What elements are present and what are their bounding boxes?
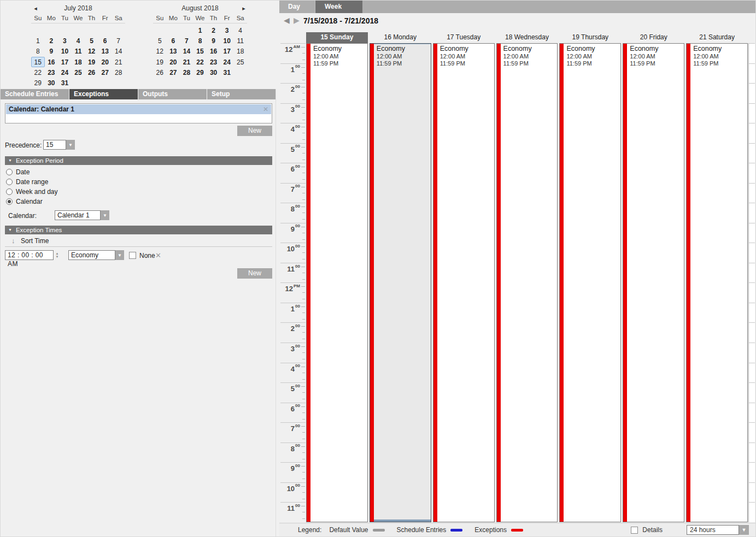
calendar-day[interactable]: 17 bbox=[220, 46, 234, 57]
calendar-day[interactable]: 6 bbox=[167, 36, 180, 46]
sort-down-icon[interactable]: ↓ bbox=[11, 237, 15, 245]
calendar-select-dropdown-icon[interactable]: ▼ bbox=[101, 210, 109, 220]
calendar-day[interactable]: 20 bbox=[167, 57, 180, 67]
calendar-day[interactable]: 6 bbox=[98, 36, 112, 46]
day-column[interactable]: Economy12:00 AM11:59 PM bbox=[686, 43, 748, 522]
day-column[interactable]: Economy12:00 AM11:59 PM bbox=[370, 43, 431, 522]
calendar-day[interactable]: 24 bbox=[58, 67, 72, 78]
calendar-day[interactable]: 9 bbox=[207, 36, 220, 46]
calendar-day[interactable]: 22 bbox=[31, 67, 45, 78]
new-time-button[interactable]: New bbox=[237, 268, 272, 279]
calendar-day[interactable]: 27 bbox=[98, 67, 112, 78]
time-zoom-select[interactable]: 24 hours ▼ bbox=[687, 525, 749, 535]
calendar-day[interactable]: 10 bbox=[220, 36, 234, 46]
day-header[interactable]: 20 Friday bbox=[623, 32, 684, 43]
calendar-select-value[interactable]: Calendar 1 bbox=[55, 210, 101, 220]
exception-period-header[interactable]: ▼ Exception Period bbox=[5, 156, 272, 165]
precedence-dropdown-icon[interactable]: ▼ bbox=[66, 140, 75, 150]
calendar-day[interactable]: 30 bbox=[207, 67, 220, 78]
calendar-day[interactable]: 14 bbox=[180, 46, 194, 57]
remove-time-icon[interactable]: ✕ bbox=[155, 251, 161, 259]
tab-setup[interactable]: Setup bbox=[207, 89, 276, 99]
calendar-day[interactable]: 13 bbox=[167, 46, 180, 57]
calendar-day[interactable]: 26 bbox=[85, 67, 98, 78]
calendar-day[interactable]: 4 bbox=[233, 25, 247, 36]
none-checkbox[interactable] bbox=[129, 252, 136, 259]
day-column[interactable]: Economy12:00 AM11:59 PM bbox=[623, 43, 684, 522]
previous-week-icon[interactable]: ◀ bbox=[284, 16, 290, 25]
calendar-day[interactable]: 19 bbox=[153, 57, 167, 67]
calendar-day[interactable]: 26 bbox=[153, 67, 167, 78]
calendar-day[interactable]: 29 bbox=[194, 67, 207, 78]
exception-times-header[interactable]: ▼ Exception Times bbox=[5, 226, 272, 234]
calendar-day[interactable]: 28 bbox=[112, 67, 125, 78]
tab-schedule-entries[interactable]: Schedule Entries bbox=[1, 89, 69, 99]
calendar-day[interactable]: 15 bbox=[194, 46, 207, 57]
radio-date-range[interactable]: Date range bbox=[6, 177, 58, 187]
details-checkbox[interactable] bbox=[631, 527, 638, 534]
day-header[interactable]: 19 Thursday bbox=[559, 32, 621, 43]
day-header[interactable]: 17 Tuesday bbox=[433, 32, 495, 43]
time-spinner[interactable]: ▲ ▼ bbox=[54, 250, 60, 260]
calendar-day[interactable]: 5 bbox=[85, 36, 98, 46]
sort-time-label[interactable]: Sort Time bbox=[21, 237, 49, 245]
precedence-value[interactable]: 15 bbox=[43, 140, 66, 150]
calendar-day[interactable]: 23 bbox=[45, 67, 58, 78]
calendar-day[interactable]: 27 bbox=[167, 67, 180, 78]
next-week-icon[interactable]: ▶ bbox=[294, 16, 300, 25]
exceptions-list[interactable]: Calendar: Calendar 1 ✕ bbox=[5, 103, 272, 123]
calendar-day[interactable]: 30 bbox=[45, 78, 58, 88]
calendar-day[interactable]: 2 bbox=[207, 25, 220, 36]
calendar-day[interactable]: 22 bbox=[194, 57, 207, 67]
radio-calendar[interactable]: Calendar bbox=[6, 197, 58, 206]
calendar-day[interactable]: 9 bbox=[45, 46, 58, 57]
calendar-day[interactable]: 25 bbox=[72, 67, 85, 78]
calendar-day[interactable]: 31 bbox=[220, 67, 234, 78]
calendar-day[interactable]: 1 bbox=[31, 36, 45, 46]
calendar-day[interactable]: 5 bbox=[153, 36, 167, 46]
exception-list-item[interactable]: Calendar: Calendar 1 ✕ bbox=[6, 104, 271, 114]
calendar-day[interactable]: 14 bbox=[112, 46, 125, 57]
tab-outputs[interactable]: Outputs bbox=[138, 89, 207, 99]
time-input[interactable]: 12 : 00 : 00 AM bbox=[5, 250, 54, 260]
day-header[interactable]: 18 Wednesday bbox=[496, 32, 558, 43]
calendar-day[interactable]: 7 bbox=[112, 36, 125, 46]
calendar-day[interactable]: 12 bbox=[153, 46, 167, 57]
calendar-day[interactable]: 21 bbox=[112, 57, 125, 67]
calendar-day[interactable]: 21 bbox=[180, 57, 194, 67]
calendar-day[interactable]: 3 bbox=[220, 25, 234, 36]
calendar-day[interactable]: 29 bbox=[31, 78, 45, 88]
calendar-day[interactable]: 23 bbox=[207, 57, 220, 67]
calendar-day[interactable]: 10 bbox=[58, 46, 72, 57]
radio-date[interactable]: Date bbox=[6, 167, 58, 177]
day-column[interactable]: Economy12:00 AM11:59 PM bbox=[433, 43, 495, 522]
calendar-day[interactable]: 11 bbox=[233, 36, 247, 46]
new-exception-button[interactable]: New bbox=[237, 126, 272, 136]
calendar-day[interactable]: 3 bbox=[58, 36, 72, 46]
remove-exception-icon[interactable]: ✕ bbox=[263, 104, 268, 114]
calendar-day[interactable]: 25 bbox=[233, 57, 247, 67]
tab-week[interactable]: Week bbox=[315, 1, 362, 13]
calendar-day[interactable]: 7 bbox=[180, 36, 194, 46]
calendar-day[interactable]: 11 bbox=[72, 46, 85, 57]
day-column[interactable]: Economy12:00 AM11:59 PM bbox=[496, 43, 558, 522]
tab-exceptions[interactable]: Exceptions bbox=[69, 89, 138, 99]
calendar-day[interactable]: 24 bbox=[220, 57, 234, 67]
calendar-day[interactable]: 18 bbox=[72, 57, 85, 67]
spin-down-icon[interactable]: ▼ bbox=[56, 255, 59, 258]
radio-week-and-day[interactable]: Week and day bbox=[6, 187, 58, 197]
calendar-day[interactable]: 18 bbox=[233, 46, 247, 57]
calendar-day[interactable]: 28 bbox=[180, 67, 194, 78]
value-select[interactable]: Economy bbox=[68, 250, 115, 260]
tab-day[interactable]: Day bbox=[280, 1, 315, 13]
calendar-day[interactable]: 4 bbox=[72, 36, 85, 46]
time-zoom-dropdown-icon[interactable]: ▼ bbox=[739, 525, 749, 535]
day-header[interactable]: 15 Sunday bbox=[306, 32, 368, 43]
calendar-day[interactable]: 12 bbox=[85, 46, 98, 57]
calendar-day[interactable]: 31 bbox=[58, 78, 72, 88]
calendar-day[interactable]: 8 bbox=[194, 36, 207, 46]
calendar-day[interactable]: 13 bbox=[98, 46, 112, 57]
calendar-day[interactable]: 2 bbox=[45, 36, 58, 46]
calendar-day[interactable]: 16 bbox=[207, 46, 220, 57]
calendar-day[interactable]: 17 bbox=[58, 57, 72, 67]
